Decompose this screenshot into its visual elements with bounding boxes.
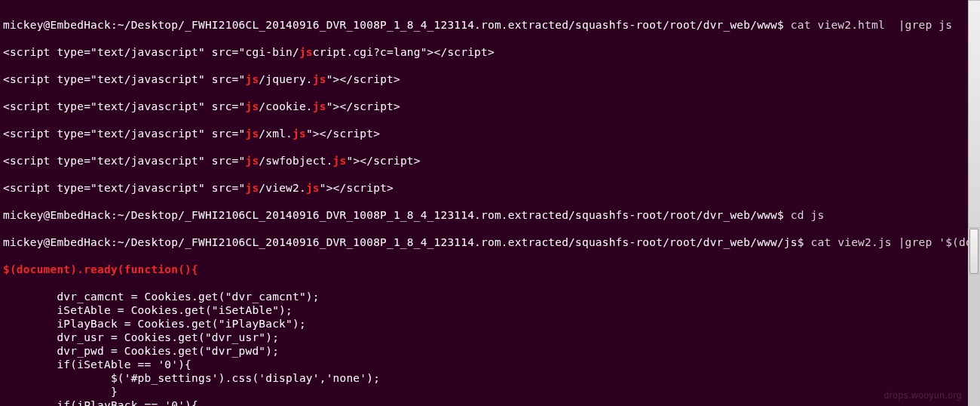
terminal-line: if(iPlayBack == '0'){ (3, 398, 977, 406)
prompt-user: mickey@EmbedHack (3, 236, 111, 248)
terminal-output[interactable]: mickey@EmbedHack:~/Desktop/_FWHI2106CL_2… (0, 0, 980, 406)
terminal-line: $('#pb_settings').css('display','none'); (3, 371, 977, 385)
terminal-line: iPlayBack = Cookies.get("iPlayBack"); (3, 317, 977, 331)
terminal-line: <script type="text/javascript" src="js/c… (3, 100, 977, 113)
prompt-user: mickey@EmbedHack (3, 209, 111, 221)
terminal-line: $(document).ready(function(){ (3, 263, 977, 276)
command-text: cat view2.html |grep js (784, 19, 952, 31)
scrollbar-thumb[interactable] (969, 229, 978, 274)
code-block: dvr_camcnt = Cookies.get("dvr_camcnt"); … (3, 290, 977, 406)
terminal-line: dvr_pwd = Cookies.get("dvr_pwd"); (3, 344, 977, 358)
prompt-path: :~/Desktop/_FWHI2106CL_20140916_DVR_1008… (111, 236, 804, 248)
terminal-line: dvr_usr = Cookies.get("dvr_usr"); (3, 331, 977, 344)
terminal-line: <script type="text/javascript" src="js/j… (3, 72, 977, 86)
terminal-line: mickey@EmbedHack:~/Desktop/_FWHI2106CL_2… (3, 18, 977, 32)
terminal-line: <script type="text/javascript" src="js/v… (3, 181, 977, 195)
terminal-line: dvr_camcnt = Cookies.get("dvr_camcnt"); (3, 290, 977, 303)
terminal-line: mickey@EmbedHack:~/Desktop/_FWHI2106CL_2… (3, 235, 977, 249)
terminal-line: iSetAble = Cookies.get("iSetAble"); (3, 303, 977, 317)
grep-match: $(document).ready(function(){ (3, 263, 198, 275)
terminal-line: mickey@EmbedHack:~/Desktop/_FWHI2106CL_2… (3, 208, 977, 222)
terminal-line: if(iSetAble == '0'){ (3, 358, 977, 371)
watermark-text: drops.wooyun.org (884, 389, 962, 402)
prompt-path: :~/Desktop/_FWHI2106CL_20140916_DVR_1008… (111, 209, 784, 221)
command-text: cd js (784, 209, 825, 221)
terminal-line: <script type="text/javascript" src="js/s… (3, 154, 977, 168)
command-text: cat view2.js |grep '$(do (804, 236, 972, 248)
prompt-path: :~/Desktop/_FWHI2106CL_20140916_DVR_1008… (111, 19, 784, 31)
terminal-line: <script type="text/javascript" src="js/x… (3, 127, 977, 140)
terminal-line: <script type="text/javascript" src="cgi-… (3, 45, 977, 59)
scrollbar-vertical[interactable] (968, 0, 980, 406)
terminal-line: } (3, 385, 977, 398)
prompt-user: mickey@EmbedHack (3, 19, 111, 31)
